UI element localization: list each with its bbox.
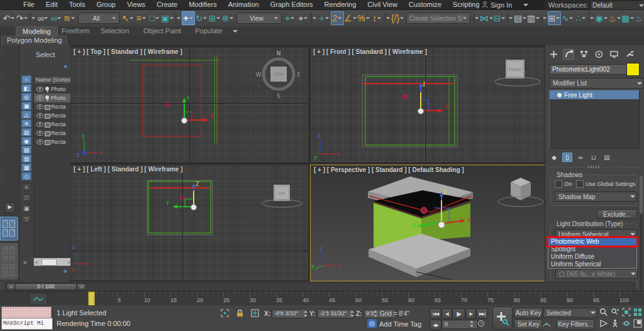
toggle-ribbon-icon[interactable]: ⊞: [548, 11, 561, 25]
play-button[interactable]: ▶: [452, 308, 465, 319]
menu-item[interactable]: Edit: [40, 0, 64, 9]
curve-editor-icon[interactable]: ∿: [561, 11, 574, 25]
filter-bones-icon[interactable]: ▨: [21, 146, 31, 154]
use-pivot-point-icon[interactable]: ⌖: [284, 11, 297, 25]
time-slider-handle[interactable]: 0 / 100: [15, 283, 77, 290]
selection-filter-dropdown[interactable]: All: [78, 13, 119, 24]
mirror-icon[interactable]: ⋈: [480, 11, 493, 25]
explorer-row[interactable]: Photo: [34, 85, 72, 94]
selection-set-dropdown[interactable]: Selected: [543, 308, 597, 318]
menu-item[interactable]: Modifiers: [183, 0, 223, 9]
filter-cameras-icon[interactable]: ▣: [21, 102, 31, 110]
previous-frame-button[interactable]: <: [6, 283, 16, 290]
x-coordinate-field[interactable]: -0'8 3/32": [272, 309, 307, 318]
select-and-scale-icon[interactable]: ⊞: [208, 11, 221, 25]
display-list-icon[interactable]: ≡: [21, 183, 31, 191]
filter-all-icon[interactable]: ○: [21, 75, 31, 84]
align-icon[interactable]: ⊟: [493, 11, 506, 25]
redo-icon[interactable]: ↷: [16, 11, 29, 25]
explorer-row[interactable]: Recta: [34, 111, 72, 120]
select-and-move-icon[interactable]: +: [182, 11, 195, 25]
menu-item[interactable]: Group: [91, 0, 121, 9]
ribbon-tab[interactable]: Selection: [94, 26, 135, 36]
use-pivot-center-icon[interactable]: ⌖: [297, 11, 310, 25]
mini-curve-editor-button[interactable]: [29, 293, 48, 305]
menu-item[interactable]: File: [18, 0, 40, 9]
edit-named-selection-sets-icon[interactable]: {/}: [391, 11, 404, 25]
tab-create[interactable]: [548, 49, 559, 60]
key-filters-button[interactable]: Key Filters...: [556, 319, 595, 330]
explorer-row[interactable]: Photo: [34, 94, 72, 102]
display-thumb-icon[interactable]: □: [21, 193, 31, 202]
default-in-out-tangents-icon[interactable]: [541, 320, 552, 328]
ribbon-tab[interactable]: Object Paint: [137, 26, 187, 36]
explorer-chevron[interactable]: »: [23, 259, 27, 266]
ribbon-tab[interactable]: Modeling: [16, 26, 58, 36]
track-bar[interactable]: 0510152025303540455055606570758085909510…: [0, 291, 644, 307]
zoom-region-button[interactable]: [598, 318, 609, 329]
tab-modify[interactable]: [563, 49, 574, 60]
explorer-row[interactable]: Recta: [34, 138, 72, 146]
set-keys-button[interactable]: [492, 307, 513, 330]
named-selection-set-dropdown[interactable]: Create Selection Se: [406, 13, 470, 24]
object-name-field[interactable]: PhotometricLight002: [549, 64, 628, 75]
modifier-list-dropdown[interactable]: Modifier List: [549, 78, 644, 89]
schematic-view-icon[interactable]: ∴: [574, 11, 587, 25]
toolbar-separator[interactable]: [589, 13, 594, 24]
visibility-eye-icon[interactable]: [36, 95, 43, 100]
go-to-start-button[interactable]: |◀◀: [430, 308, 441, 319]
y-coordinate-field[interactable]: -2'3 31/32": [317, 309, 353, 318]
filter-materials-icon[interactable]: ▦: [21, 163, 31, 171]
configure-modifier-sets-icon[interactable]: ▤: [602, 153, 612, 162]
orbit-button[interactable]: [621, 318, 632, 329]
visibility-eye-icon[interactable]: [36, 113, 43, 118]
viewport-left-label[interactable]: [ + ] [ Left ] [ Standard ] [ Wireframe …: [74, 166, 183, 173]
select-object-icon[interactable]: ↖: [121, 11, 135, 25]
visibility-eye-icon[interactable]: [36, 104, 43, 109]
filter-objects-icon[interactable]: ◇: [21, 172, 31, 180]
filter-funnel-icon[interactable]: ▽: [21, 215, 31, 223]
toggle-scene-explorer-icon[interactable]: ▤: [514, 11, 527, 25]
viewport-top-label[interactable]: [ + ] [ Top ] [ Standard ] [ Wireframe ]: [74, 48, 182, 55]
explorer-chevron[interactable]: »: [64, 268, 67, 274]
render-production-icon[interactable]: ♨: [635, 11, 644, 25]
filter-space-warps-icon[interactable]: ≋: [21, 119, 31, 128]
undo-icon[interactable]: ↶: [3, 11, 16, 25]
add-time-tag-label[interactable]: Add Time Tag: [379, 320, 421, 328]
ribbon-config-chevron[interactable]: [233, 30, 238, 33]
previous-frame-button[interactable]: ◀|: [441, 308, 452, 319]
angle-snap-icon[interactable]: ∠: [344, 11, 357, 25]
rendered-frame-window-icon[interactable]: ▦: [621, 11, 635, 25]
ribbon-tab[interactable]: Populate: [189, 26, 228, 36]
z-spinner[interactable]: [373, 309, 377, 318]
select-and-link-icon[interactable]: ∞: [36, 11, 50, 25]
select-and-place-icon[interactable]: ⊕: [221, 11, 235, 25]
sign-in-button[interactable]: Sign In: [479, 0, 545, 9]
snaps-toggle-icon[interactable]: 2: [331, 11, 344, 25]
selection-lock-toggle[interactable]: [235, 308, 245, 317]
explorer-overflow-chevron[interactable]: »: [64, 63, 67, 70]
key-mode-toggle[interactable]: ◀▶: [430, 320, 441, 330]
explorer-horizontal-scrollbar[interactable]: < >: [33, 258, 72, 266]
rollout-separator[interactable]: [548, 167, 640, 168]
next-frame-button[interactable]: |▶: [465, 308, 476, 319]
maximize-viewport-toggle[interactable]: [632, 318, 643, 329]
add-time-tag-icon[interactable]: [367, 319, 377, 328]
y-spinner[interactable]: [350, 309, 354, 318]
frame-spinner[interactable]: [469, 319, 474, 328]
color-d65-dropdown[interactable]: D65 Ilu...e White): [555, 269, 638, 279]
percent-snap-icon[interactable]: %: [357, 11, 370, 25]
exclude-button[interactable]: Exclude...: [597, 209, 637, 219]
reference-coordinate-dropdown[interactable]: View: [236, 13, 282, 24]
isolate-selection-toggle[interactable]: [220, 308, 230, 317]
toolbar-separator[interactable]: [474, 13, 479, 24]
tab-motion[interactable]: [593, 49, 604, 60]
toolbar-separator[interactable]: [385, 13, 390, 24]
x-spinner[interactable]: [303, 309, 308, 318]
toolbar-separator[interactable]: [175, 13, 180, 24]
menu-item[interactable]: Views: [121, 0, 151, 9]
viewport-left[interactable]: [ + ] [ Left ] [ Standard ] [ Wireframe …: [70, 165, 308, 280]
visibility-eye-icon[interactable]: [36, 139, 43, 144]
visibility-eye-icon[interactable]: [36, 122, 43, 127]
menu-item[interactable]: Customize: [403, 0, 447, 9]
